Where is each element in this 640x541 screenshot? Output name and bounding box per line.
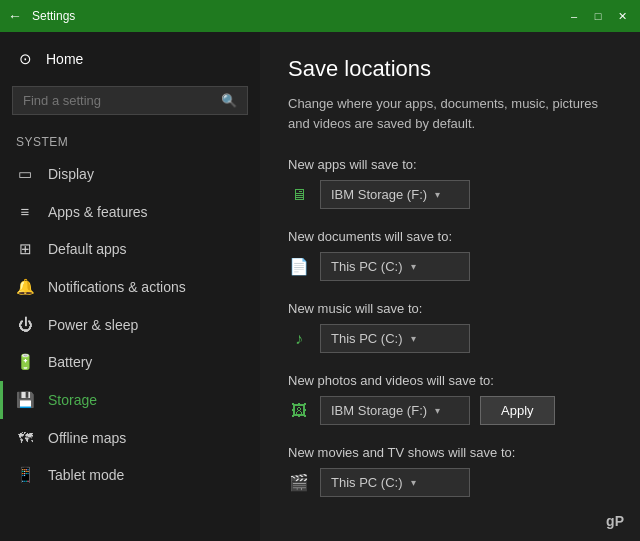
window-title: Settings (32, 9, 564, 23)
sidebar-item-battery[interactable]: 🔋 Battery (0, 343, 260, 381)
apps-dropdown-arrow: ▾ (435, 189, 440, 200)
movies-tv-save-row: 🎬 This PC (C:) ▾ (288, 468, 612, 497)
movies-tv-save-section: New movies and TV shows will save to: 🎬 … (288, 445, 612, 497)
sidebar-item-offline-maps[interactable]: 🗺 Offline maps (0, 419, 260, 456)
home-label: Home (46, 51, 83, 67)
maximize-button[interactable]: □ (588, 6, 608, 26)
window-controls: – □ ✕ (564, 6, 632, 26)
notifications-icon: 🔔 (16, 278, 34, 296)
power-icon: ⏻ (16, 316, 34, 333)
sidebar-item-power-sleep[interactable]: ⏻ Power & sleep (0, 306, 260, 343)
documents-save-row: 📄 This PC (C:) ▾ (288, 252, 612, 281)
home-icon: ⊙ (16, 50, 34, 68)
apply-button[interactable]: Apply (480, 396, 555, 425)
photos-videos-dropdown[interactable]: IBM Storage (F:) ▾ (320, 396, 470, 425)
display-icon: ▭ (16, 165, 34, 183)
tablet-icon: 📱 (16, 466, 34, 484)
photos-videos-save-label: New photos and videos will save to: (288, 373, 612, 388)
sidebar-item-notifications[interactable]: 🔔 Notifications & actions (0, 268, 260, 306)
documents-dropdown-arrow: ▾ (411, 261, 416, 272)
music-save-row: ♪ This PC (C:) ▾ (288, 324, 612, 353)
battery-icon: 🔋 (16, 353, 34, 371)
sidebar-item-display[interactable]: ▭ Display (0, 155, 260, 193)
page-title: Save locations (288, 56, 612, 82)
apps-dropdown-value: IBM Storage (F:) (331, 187, 427, 202)
documents-save-label: New documents will save to: (288, 229, 612, 244)
music-dropdown-arrow: ▾ (411, 333, 416, 344)
page-description: Change where your apps, documents, music… (288, 94, 612, 133)
sidebar-item-storage[interactable]: 💾 Storage (0, 381, 260, 419)
photos-save-icon: 🖼 (288, 402, 310, 420)
system-section-label: System (0, 123, 260, 155)
storage-icon: 💾 (16, 391, 34, 409)
apps-icon: ≡ (16, 203, 34, 220)
photos-videos-dropdown-value: IBM Storage (F:) (331, 403, 427, 418)
movies-save-icon: 🎬 (288, 473, 310, 492)
photos-videos-dropdown-arrow: ▾ (435, 405, 440, 416)
documents-dropdown-value: This PC (C:) (331, 259, 403, 274)
apps-save-section: New apps will save to: 🖥 IBM Storage (F:… (288, 157, 612, 209)
search-box[interactable]: 🔍 (12, 86, 248, 115)
sidebar-item-default-apps[interactable]: ⊞ Default apps (0, 230, 260, 268)
apps-save-row: 🖥 IBM Storage (F:) ▾ (288, 180, 612, 209)
search-input[interactable] (23, 93, 221, 108)
music-save-icon: ♪ (288, 330, 310, 348)
titlebar: ← Settings – □ ✕ (0, 0, 640, 32)
movies-tv-dropdown-value: This PC (C:) (331, 475, 403, 490)
documents-save-section: New documents will save to: 📄 This PC (C… (288, 229, 612, 281)
content-area: Save locations Change where your apps, d… (260, 32, 640, 541)
music-dropdown-value: This PC (C:) (331, 331, 403, 346)
movies-tv-dropdown-arrow: ▾ (411, 477, 416, 488)
apps-dropdown[interactable]: IBM Storage (F:) ▾ (320, 180, 470, 209)
photos-videos-save-row: 🖼 IBM Storage (F:) ▾ Apply (288, 396, 612, 425)
minimize-button[interactable]: – (564, 6, 584, 26)
music-dropdown[interactable]: This PC (C:) ▾ (320, 324, 470, 353)
photos-videos-save-section: New photos and videos will save to: 🖼 IB… (288, 373, 612, 425)
documents-dropdown[interactable]: This PC (C:) ▾ (320, 252, 470, 281)
default-apps-icon: ⊞ (16, 240, 34, 258)
maps-icon: 🗺 (16, 429, 34, 446)
apps-save-icon: 🖥 (288, 186, 310, 204)
watermark: gP (606, 513, 624, 529)
movies-tv-save-label: New movies and TV shows will save to: (288, 445, 612, 460)
music-save-section: New music will save to: ♪ This PC (C:) ▾ (288, 301, 612, 353)
sidebar: ⊙ Home 🔍 System ▭ Display ≡ Apps & featu… (0, 32, 260, 541)
search-icon: 🔍 (221, 93, 237, 108)
back-button[interactable]: ← (8, 8, 22, 24)
movies-tv-dropdown[interactable]: This PC (C:) ▾ (320, 468, 470, 497)
sidebar-item-apps-features[interactable]: ≡ Apps & features (0, 193, 260, 230)
sidebar-item-tablet-mode[interactable]: 📱 Tablet mode (0, 456, 260, 494)
main-layout: ⊙ Home 🔍 System ▭ Display ≡ Apps & featu… (0, 32, 640, 541)
apps-save-label: New apps will save to: (288, 157, 612, 172)
close-button[interactable]: ✕ (612, 6, 632, 26)
music-save-label: New music will save to: (288, 301, 612, 316)
sidebar-item-home[interactable]: ⊙ Home (0, 40, 260, 78)
documents-save-icon: 📄 (288, 257, 310, 276)
